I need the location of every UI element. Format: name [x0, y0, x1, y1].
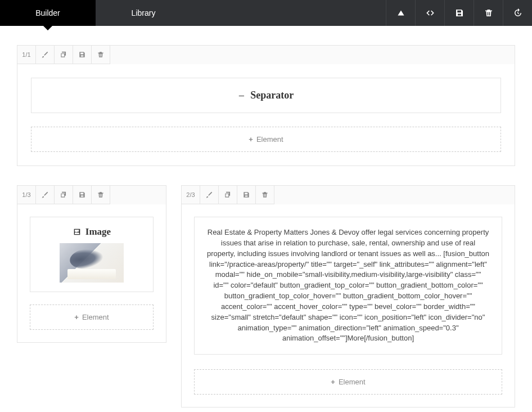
column-save[interactable] [73, 186, 92, 204]
add-element-label: Element [82, 313, 109, 321]
code-icon [425, 8, 435, 18]
column-save[interactable] [73, 46, 92, 64]
topbar: Builder Library [0, 0, 532, 26]
column-style[interactable] [36, 46, 55, 64]
column-toolbar: 2/3 [182, 186, 515, 204]
column-size[interactable]: 1/1 [17, 46, 36, 64]
triangle-up-icon [396, 8, 406, 18]
image-title: Image [37, 226, 146, 238]
add-element-label: Element [256, 135, 283, 144]
clone-icon [60, 51, 67, 59]
text-element[interactable]: Real Estate & Property Matters Jones & D… [194, 217, 502, 355]
delete-button[interactable] [474, 0, 503, 26]
text-content: Real Estate & Property Matters Jones & D… [207, 228, 489, 342]
column-one-third: 1/3 [17, 185, 166, 407]
column-inner: 2/3 Real Estate & P [181, 185, 515, 407]
column-content: Real Estate & Property Matters Jones & D… [182, 204, 515, 407]
plus-icon: + [249, 135, 253, 144]
paintbrush-icon [205, 191, 213, 199]
minus-icon: − [238, 90, 245, 101]
add-element-button[interactable]: + Element [31, 127, 501, 152]
plus-icon: + [331, 378, 335, 386]
plus-icon: + [74, 313, 79, 321]
column-toolbar: 1/3 [17, 186, 166, 204]
clone-icon [224, 191, 232, 199]
save-button[interactable] [444, 0, 474, 26]
add-element-button[interactable]: + Element [30, 304, 154, 330]
column-size[interactable]: 1/3 [17, 186, 36, 204]
separator-element[interactable]: − Separator [31, 78, 501, 113]
add-element-button[interactable]: + Element [194, 369, 502, 395]
save-icon [242, 191, 250, 199]
column-clone[interactable] [55, 186, 73, 204]
svg-marker-0 [398, 11, 404, 16]
code-button[interactable] [415, 0, 444, 26]
image-label: Image [85, 226, 111, 238]
image-icon [73, 227, 82, 236]
column-toolbar: 1/1 [17, 46, 515, 64]
tab-builder[interactable]: Builder [0, 0, 96, 26]
column-clone[interactable] [219, 186, 237, 204]
column-content: Image + Element [17, 204, 166, 342]
image-element[interactable]: Image [30, 217, 154, 292]
column-two-thirds: 2/3 Real Estate & P [181, 185, 515, 407]
clone-icon [60, 191, 67, 199]
column-delete[interactable] [92, 46, 110, 64]
columns-row: 1/3 [17, 185, 515, 407]
trash-icon [97, 191, 105, 199]
column-delete[interactable] [256, 186, 274, 204]
section-full: 1/1 − Separator + Element [17, 45, 515, 166]
trash-icon [97, 51, 105, 59]
save-icon [78, 191, 86, 199]
history-button[interactable] [503, 0, 532, 26]
save-icon [454, 8, 465, 18]
column-style[interactable] [200, 186, 219, 204]
column-save[interactable] [237, 186, 256, 204]
column-style[interactable] [36, 186, 55, 204]
column-delete[interactable] [92, 186, 110, 204]
history-icon [513, 8, 523, 18]
column-clone[interactable] [55, 46, 73, 64]
paintbrush-icon [41, 51, 49, 59]
separator-label: Separator [250, 89, 294, 101]
trash-icon [484, 8, 494, 18]
image-thumbnail [60, 243, 124, 283]
save-icon [78, 51, 86, 59]
section-body: − Separator + Element [17, 64, 515, 165]
column-size[interactable]: 2/3 [182, 186, 200, 204]
add-element-label: Element [339, 378, 366, 386]
paintbrush-icon [41, 191, 49, 199]
column-inner: 1/3 [17, 185, 166, 343]
builder-canvas: 1/1 − Separator + Element [0, 26, 532, 412]
topbar-spacer [191, 0, 386, 26]
collapse-button[interactable] [386, 0, 415, 26]
tab-library[interactable]: Library [96, 0, 191, 26]
trash-icon [261, 191, 269, 199]
